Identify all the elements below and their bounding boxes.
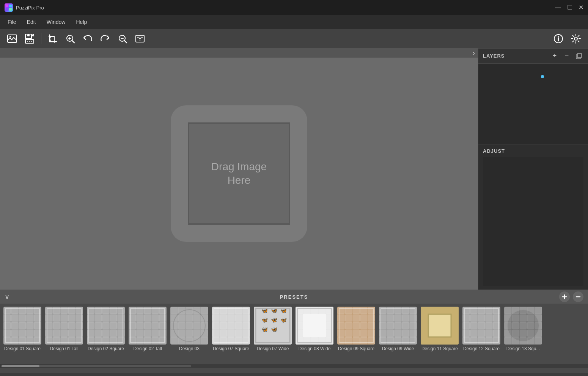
svg-rect-236	[360, 330, 367, 337]
svg-rect-142	[171, 330, 178, 337]
svg-rect-258	[402, 322, 409, 329]
svg-rect-237	[368, 330, 375, 337]
svg-rect-89	[95, 330, 102, 337]
layers-header: LAYERS + −	[478, 49, 588, 64]
preset-item-design-01-tall[interactable]: Design 01 Tall	[43, 307, 85, 351]
zoom-in-btn[interactable]	[63, 31, 78, 46]
collapse-presets-btn[interactable]: ∨	[5, 293, 9, 301]
menu-help[interactable]: Help	[71, 17, 91, 27]
layers-add-btn[interactable]: +	[550, 52, 559, 61]
adjust-title: ADJUST	[483, 148, 583, 154]
layers-duplicate-btn[interactable]	[574, 52, 583, 61]
svg-rect-116	[137, 330, 143, 337]
zoom-out-btn[interactable]	[115, 31, 130, 46]
canvas-area[interactable]: Drag Image Here	[0, 58, 478, 290]
svg-rect-251	[387, 315, 394, 321]
preset-item-design-12-square[interactable]: Design 12 Square	[461, 307, 502, 351]
right-panel: LAYERS + − ADJUST	[478, 49, 588, 290]
svg-rect-220	[353, 307, 360, 314]
svg-rect-52	[53, 315, 60, 321]
preset-item-design-09-square[interactable]: Design 09 Square	[335, 307, 377, 351]
preset-item-design-13-square[interactable]: Design 13 Squ...	[502, 307, 544, 351]
svg-rect-90	[102, 330, 109, 337]
svg-rect-296	[470, 337, 477, 344]
redo-btn[interactable]	[97, 31, 113, 46]
scrollbar-track[interactable]	[2, 365, 191, 367]
menu-window[interactable]: Window	[42, 17, 70, 27]
preset-item-design-03[interactable]: Design 03	[168, 307, 210, 351]
preset-item-design-11-square[interactable]: Design 11 Square	[419, 307, 461, 351]
svg-rect-269	[410, 337, 417, 344]
layers-remove-btn[interactable]: −	[562, 52, 571, 61]
settings-btn[interactable]	[568, 31, 583, 46]
svg-rect-173	[212, 337, 219, 344]
svg-point-14	[558, 36, 559, 37]
svg-rect-140	[193, 322, 200, 329]
save-btn[interactable]	[22, 31, 37, 46]
svg-rect-21	[19, 307, 26, 314]
crop-btn[interactable]	[45, 31, 60, 46]
minimize-button[interactable]: —	[555, 5, 561, 11]
svg-rect-168	[212, 330, 219, 337]
preset-item-design-02-square[interactable]: Design 02 Square	[85, 307, 127, 351]
presets-scroll[interactable]: Design 01 Square Design 01 Tall Design 0…	[0, 304, 588, 364]
svg-rect-281	[470, 315, 477, 321]
svg-rect-1	[9, 5, 12, 7]
svg-rect-315	[527, 322, 534, 329]
preset-item-design-07-square[interactable]: Design 07 Square	[210, 307, 252, 351]
svg-rect-3	[9, 8, 12, 11]
menu-edit[interactable]: Edit	[22, 17, 41, 27]
drop-zone[interactable]: Drag Image Here	[171, 105, 307, 242]
svg-rect-57	[53, 322, 60, 329]
svg-rect-266	[387, 337, 394, 344]
svg-rect-262	[395, 330, 401, 337]
svg-rect-113	[152, 322, 159, 329]
maximize-button[interactable]: ☐	[567, 5, 572, 11]
svg-rect-43	[34, 337, 41, 344]
presets-add-btn[interactable]	[559, 291, 570, 302]
svg-rect-62	[53, 330, 60, 337]
preset-item-design-09-wide[interactable]: Design 09 Wide	[377, 307, 419, 351]
panel-toggle-arrow: ›	[473, 49, 475, 57]
svg-rect-282	[478, 315, 485, 321]
preset-item-design-07-wide[interactable]: 🦋🦋🦋🦋🦋🦋🦋🦋 Design 07 Wide	[252, 307, 294, 351]
svg-rect-309	[520, 315, 527, 321]
svg-rect-290	[463, 330, 470, 337]
preset-label-design-07-square: Design 07 Square	[213, 346, 249, 351]
preset-item-design-08-wide[interactable]: Design 08 Wide	[294, 307, 335, 351]
svg-rect-73	[87, 307, 94, 314]
svg-rect-254	[410, 315, 417, 321]
undo-btn[interactable]	[80, 31, 95, 46]
menu-file[interactable]: File	[3, 17, 21, 27]
svg-rect-278	[486, 307, 492, 314]
presets-remove-btn[interactable]	[573, 291, 583, 302]
info-btn[interactable]	[551, 31, 566, 46]
svg-rect-283	[486, 315, 492, 321]
svg-rect-324	[520, 337, 527, 344]
svg-rect-95	[102, 337, 109, 344]
svg-rect-27	[27, 315, 33, 321]
svg-rect-158	[212, 315, 219, 321]
close-button[interactable]: ✕	[579, 5, 583, 11]
svg-rect-318	[512, 330, 519, 337]
svg-rect-149	[186, 337, 193, 344]
drop-zone-inner: Drag Image Here	[188, 122, 290, 225]
svg-rect-37	[27, 330, 33, 337]
preset-item-design-02-tall[interactable]: Design 02 Tall	[127, 307, 168, 351]
fit-btn[interactable]	[132, 31, 148, 46]
svg-rect-216	[303, 314, 326, 337]
svg-rect-289	[493, 322, 500, 329]
panel-toggle[interactable]: ›	[0, 49, 478, 58]
svg-rect-131	[201, 307, 208, 314]
svg-rect-137	[171, 322, 178, 329]
presets-controls	[559, 291, 583, 302]
svg-rect-153	[212, 307, 219, 314]
preset-label-design-03: Design 03	[179, 346, 200, 351]
svg-rect-164	[220, 322, 227, 329]
svg-rect-64	[68, 330, 75, 337]
svg-rect-8	[27, 34, 30, 36]
preset-item-design-01-square[interactable]: Design 01 Square	[2, 307, 43, 351]
open-image-btn[interactable]	[5, 31, 20, 46]
svg-text:🦋: 🦋	[261, 326, 268, 333]
svg-rect-255	[379, 322, 386, 329]
